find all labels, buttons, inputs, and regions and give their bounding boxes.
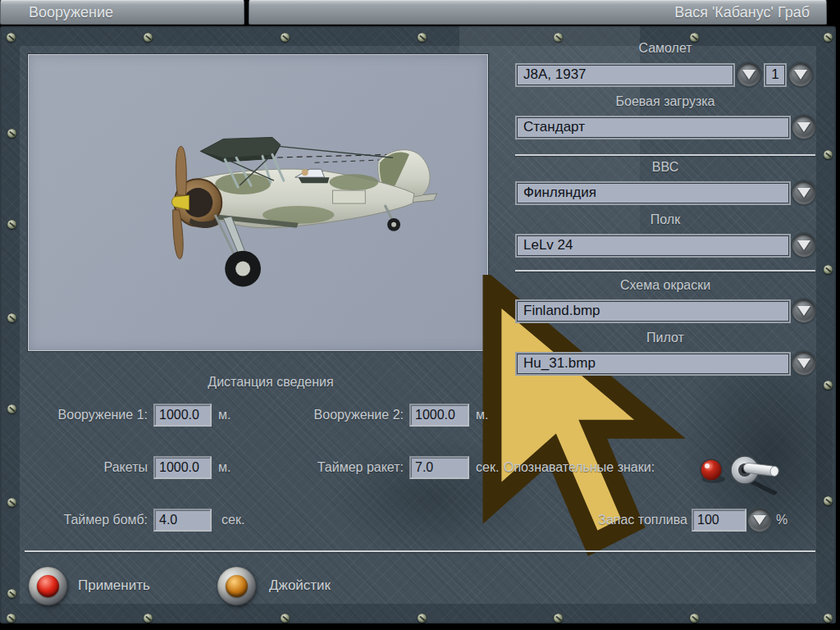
chevron-down-icon — [742, 70, 756, 80]
section-divider — [515, 270, 815, 272]
weapon2-label: Вооружение 2: — [271, 404, 404, 427]
rockets-label: Ракеты — [16, 456, 148, 479]
screw-icon — [7, 404, 16, 413]
skin-value: Finland.bmp — [523, 303, 600, 318]
aircraft-select[interactable]: J8A, 1937 — [515, 63, 735, 87]
screw-icon — [144, 33, 153, 42]
fuel-label: Запас топлива — [541, 509, 687, 532]
weapon2-input[interactable] — [409, 404, 469, 427]
regiment-dropdown-button[interactable] — [792, 234, 815, 257]
screw-icon — [7, 589, 16, 598]
chevron-down-icon — [797, 358, 810, 368]
screw-icon — [824, 265, 833, 274]
weapon1-unit: м. — [218, 404, 231, 427]
apply-button-label: Применить — [78, 574, 150, 597]
screw-icon — [7, 313, 16, 322]
fuel-unit: % — [776, 509, 788, 532]
airforce-select[interactable]: Финляндия — [515, 181, 791, 205]
screw-icon — [690, 614, 699, 623]
loadout-select[interactable]: Стандарт — [515, 116, 791, 139]
screw-icon — [824, 150, 833, 159]
markings-toggle-switch[interactable] — [689, 448, 783, 499]
screw-icon — [824, 381, 833, 390]
loadout-label: Боевая загрузка — [515, 94, 815, 109]
screw-icon — [7, 220, 16, 229]
pilot-select[interactable]: Hu_31.bmp — [515, 352, 791, 376]
weapon1-label: Вооружение 1: — [16, 404, 148, 427]
screw-icon — [824, 614, 833, 623]
screw-icon — [281, 33, 290, 42]
convergence-title: Дистанция сведения — [148, 375, 394, 390]
bomb-timer-label: Таймер бомб: — [16, 509, 148, 532]
aircraft-preview — [28, 54, 488, 351]
weapon1-input[interactable] — [153, 404, 212, 427]
player-name-bar: Вася 'Кабанус' Граб — [249, 0, 827, 25]
markings-label: Опознавательные знаки: — [504, 456, 655, 479]
screw-icon — [7, 498, 16, 507]
skin-dropdown-button[interactable] — [792, 299, 815, 322]
fuel-dropdown-button[interactable] — [748, 509, 771, 532]
pilot-dropdown-button[interactable] — [792, 352, 815, 375]
aircraft-image — [29, 55, 487, 350]
rockets-input[interactable] — [153, 456, 212, 479]
joystick-button-label: Джойстик — [269, 574, 331, 597]
indicator-light-red — [701, 459, 722, 481]
bomb-timer-input[interactable] — [153, 509, 212, 532]
regiment-label: Полк — [515, 212, 815, 227]
rocket-timer-input[interactable] — [409, 456, 469, 479]
amber-button-icon — [226, 575, 248, 597]
weapon2-unit: м. — [476, 404, 488, 427]
aircraft-count-field[interactable]: 1 — [764, 63, 787, 87]
rocket-timer-unit: сек. — [476, 456, 499, 479]
background-dark-blob — [328, 436, 541, 559]
rocket-timer-label: Таймер ракет: — [271, 456, 404, 479]
bomb-timer-unit: сек. — [221, 509, 244, 532]
rockets-unit: м. — [218, 456, 231, 479]
chevron-down-icon — [797, 188, 810, 198]
regiment-value: LeLv 24 — [523, 237, 573, 253]
section-divider — [515, 154, 815, 156]
aircraft-count-value: 1 — [771, 66, 778, 82]
screw-icon — [281, 614, 290, 623]
screw-icon — [418, 33, 427, 42]
red-button-icon — [37, 575, 59, 597]
airforce-value: Финляндия — [523, 185, 596, 200]
screw-icon — [824, 496, 833, 505]
fuel-input[interactable] — [692, 509, 746, 532]
chevron-down-icon — [753, 515, 766, 525]
apply-button[interactable] — [29, 567, 67, 605]
screen-title-tab: Вооружение — [0, 0, 244, 25]
aircraft-label: Самолет — [515, 41, 815, 56]
screw-icon — [554, 614, 563, 623]
loadout-value: Стандарт — [523, 119, 585, 135]
pilot-value: Hu_31.bmp — [523, 355, 596, 371]
screw-icon — [7, 614, 16, 623]
aircraft-value: J8A, 1937 — [523, 66, 587, 82]
airforce-label: ВВС — [515, 160, 815, 175]
regiment-select[interactable]: LeLv 24 — [515, 234, 791, 258]
aircraft-dropdown-button[interactable] — [737, 63, 760, 86]
screw-icon — [824, 33, 833, 42]
aircraft-count-dropdown-button[interactable] — [789, 63, 812, 86]
skin-select[interactable]: Finland.bmp — [515, 299, 791, 323]
loadout-dropdown-button[interactable] — [792, 116, 815, 139]
chevron-down-icon — [797, 240, 810, 250]
chevron-down-icon — [794, 70, 807, 80]
chevron-down-icon — [797, 306, 810, 316]
footer-divider — [25, 550, 815, 552]
airforce-dropdown-button[interactable] — [792, 181, 815, 204]
screw-icon — [7, 129, 16, 138]
skin-label: Схема окраски — [515, 278, 815, 293]
pilot-label: Пилот — [515, 331, 815, 345]
screen-title: Вооружение — [29, 4, 113, 21]
screw-icon — [7, 33, 16, 42]
player-name: Вася 'Кабанус' Граб — [674, 4, 810, 21]
joystick-button[interactable] — [217, 567, 256, 605]
screw-icon — [144, 614, 153, 623]
chevron-down-icon — [797, 122, 810, 132]
screw-icon — [418, 614, 427, 623]
